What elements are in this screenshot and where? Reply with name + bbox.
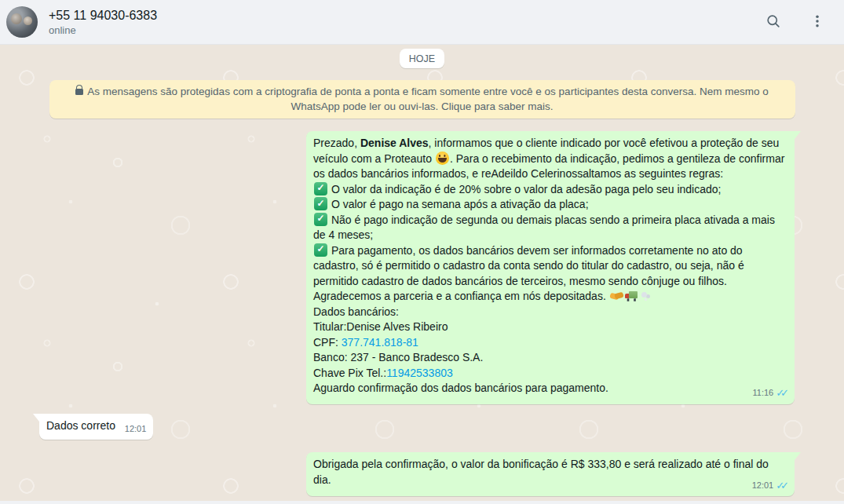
header-actions [762,10,828,35]
message-row: Obrigada pela confirmação, o valor da bo… [0,452,844,496]
message-time: 12:01 [752,478,774,494]
message-text-segment: Dados bancários: [313,305,399,318]
message-text-segment: Chave Pix Tel.: [313,367,386,379]
check-emoji [314,182,327,195]
bubble-tail [795,131,801,139]
message-meta: 12:01 ✓✓ [752,478,789,494]
contact-info[interactable]: +55 11 94030-6383 online [49,7,762,38]
message-text: Prezado, Denise Alves, informamos que o … [313,137,784,394]
message-text-segment: Agradecemos a parceria e a confiança em … [313,290,609,302]
date-divider: HOJE [400,49,444,68]
encryption-notice-text: As mensagens são protegidas com a cripto… [87,86,768,112]
message-row: Dados correto 12:01 [0,414,844,440]
search-button[interactable] [762,10,784,35]
message-text-segment: Obrigada pela confirmação, o valor da bo… [313,458,769,486]
grin-emoji [436,152,449,165]
compose-bar-edge [0,501,844,504]
pix-phone-link[interactable]: 11942533803 [386,367,453,379]
message-bubble-outgoing[interactable]: Obrigada pela confirmação, o valor da bo… [306,452,795,496]
message-text-segment: Denise Alves [360,137,429,149]
kebab-menu-icon [809,13,825,31]
message-time: 12:01 [125,422,147,437]
lock-icon [75,89,83,95]
check-emoji [314,243,327,257]
message-meta: 12:01 [125,422,147,437]
message-text-segment: O valor da indicação é de 20% sobre o va… [328,183,721,195]
message-text: Dados correto [46,419,115,432]
message-bubble-incoming[interactable]: Dados correto 12:01 [39,414,153,440]
message-text: Obrigada pela confirmação, o valor da bo… [313,458,769,486]
date-divider-row: HOJE [0,49,844,68]
dash-emoji [640,289,653,302]
whatsapp-chat-window: +55 11 94030-6383 online HOJE As mensage… [0,0,844,504]
menu-button[interactable] [806,10,828,35]
truck-emoji [625,289,638,302]
message-text-segment: Para pagamento, os dados bancários devem… [313,244,744,287]
message-text-segment: CPF: [313,336,342,349]
chat-header: +55 11 94030-6383 online [0,0,844,45]
message-text-segment: Banco: 237 - Banco Bradesco S.A. [313,351,483,363]
message-text-segment: Não é pago indicação de segunda ou demai… [313,214,775,242]
contact-status: online [49,24,762,38]
check-emoji [314,213,327,226]
contact-avatar[interactable] [6,6,38,38]
handshake-emoji [610,289,623,302]
search-icon [765,13,781,31]
message-text-segment: Titular:Denise Alves Ribeiro [313,320,448,333]
message-text-segment: Prezado, [313,137,360,149]
message-meta: 11:16 ✓✓ [752,385,789,401]
encryption-banner[interactable]: As mensagens são protegidas com a cripto… [49,80,795,119]
message-time: 11:16 [752,385,773,401]
read-ticks-icon: ✓✓ [776,481,789,490]
message-bubble-outgoing[interactable]: Prezado, Denise Alves, informamos que o … [306,131,795,404]
message-text-segment: Aguardo confirmação dos dados bancários … [313,382,608,394]
message-text-segment: Dados correto [46,419,115,432]
chat-area: HOJE As mensagens são protegidas com a c… [0,45,844,504]
read-ticks-icon: ✓✓ [776,389,789,397]
contact-name: +55 11 94030-6383 [49,7,762,24]
cpf-link[interactable]: 377.741.818-81 [342,336,418,349]
message-text-segment: O valor é pago na semana após a ativação… [328,198,589,210]
message-row: Prezado, Denise Alves, informamos que o … [0,131,844,404]
check-emoji [314,197,327,210]
bubble-tail [33,414,39,422]
bubble-tail [795,452,801,460]
